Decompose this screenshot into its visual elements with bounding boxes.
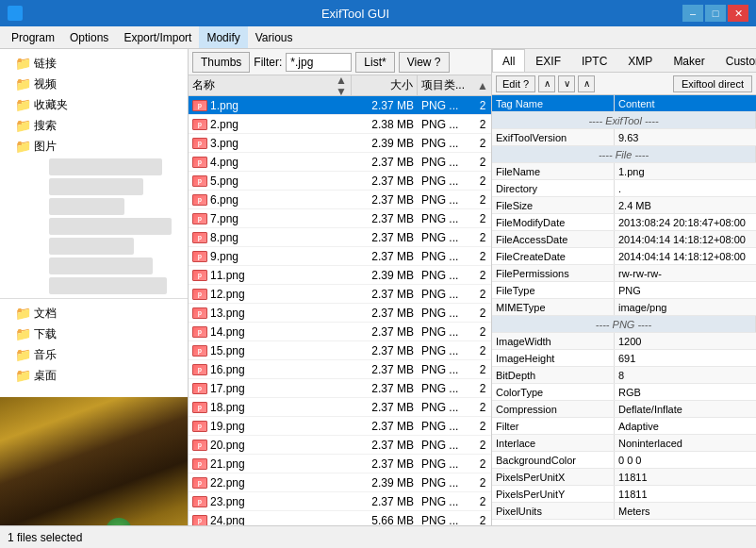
file-row-type: PNG ... xyxy=(418,288,474,301)
file-row-size: 2.37 MB xyxy=(352,457,418,471)
close-button[interactable]: ✕ xyxy=(728,5,748,22)
arrow-down-button[interactable]: ∨ xyxy=(558,75,575,92)
file-row[interactable]: p 13.png 2.37 MB PNG ... 2 xyxy=(189,304,491,323)
file-toolbar: Thumbs Filter: List* View ? xyxy=(189,49,491,75)
edit-button[interactable]: Edit ? xyxy=(496,75,535,92)
folder-icon: 📁 xyxy=(15,368,30,383)
exiftool-direct-button[interactable]: Exiftool direct xyxy=(673,75,752,92)
sidebar-item-links[interactable]: 📁 链接 xyxy=(0,53,188,74)
file-row[interactable]: p 21.png 2.37 MB PNG ... 2 xyxy=(189,455,491,473)
file-row[interactable]: p 6.png 2.37 MB PNG ... 2 xyxy=(189,191,491,209)
folder-icon: 📁 xyxy=(15,118,30,133)
metadata-row: FileCreateDate 2014:04:14 14:18:12+08:00 xyxy=(492,248,756,265)
file-row-type: PNG ... xyxy=(418,118,474,131)
file-row[interactable]: p 1.png 2.37 MB PNG ... 2 xyxy=(189,96,491,115)
meta-tag-name: ImageHeight xyxy=(492,350,615,366)
file-row[interactable]: p 5.png 2.37 MB PNG ... 2 xyxy=(189,172,491,191)
file-row-type: PNG ... xyxy=(418,495,474,508)
file-row-size: 2.37 MB xyxy=(352,344,418,357)
metadata-row: Filter Adaptive xyxy=(492,418,756,435)
tab-xmp[interactable]: XMP xyxy=(617,49,663,72)
file-row-type: PNG ... xyxy=(418,193,474,207)
filter-label: Filter: xyxy=(254,56,282,69)
column-size[interactable]: 大小 xyxy=(352,75,418,95)
menu-program[interactable]: Program xyxy=(4,26,62,48)
file-row-extra: 2 xyxy=(474,495,491,508)
file-row[interactable]: p 3.png 2.39 MB PNG ... 2 xyxy=(189,134,491,153)
metadata-row: MIMEType image/png xyxy=(492,299,756,316)
file-row-size: 2.37 MB xyxy=(352,156,418,169)
menu-various[interactable]: Various xyxy=(248,26,301,48)
file-row[interactable]: p 18.png 2.37 MB PNG ... 2 xyxy=(189,398,491,417)
metadata-table: ---- ExifTool ---- ExifToolVersion 9.63 … xyxy=(492,112,756,525)
view-button[interactable]: View ? xyxy=(399,52,450,73)
file-row[interactable]: p 22.png 2.39 MB PNG ... 2 xyxy=(189,473,491,492)
file-row[interactable]: p 4.png 2.37 MB PNG ... 2 xyxy=(189,153,491,172)
sidebar-item-music[interactable]: 📁 音乐 xyxy=(0,344,188,365)
png-icon: p xyxy=(192,289,207,300)
sidebar-item-documents[interactable]: 📁 文档 xyxy=(0,303,188,324)
file-row-extra: 2 xyxy=(474,363,491,376)
file-row[interactable]: p 19.png 2.37 MB PNG ... 2 xyxy=(189,417,491,436)
sidebar-item-desktop[interactable]: 📁 桌面 xyxy=(0,365,188,386)
file-row-extra: 2 xyxy=(474,307,491,320)
logo-circle: KK xyxy=(106,518,132,525)
metadata-row: PixelUnits Meters xyxy=(492,503,756,520)
minimize-button[interactable]: – xyxy=(682,5,703,22)
file-row-size: 2.39 MB xyxy=(352,269,418,282)
file-row-size: 2.38 MB xyxy=(352,118,418,131)
meta-tag-name: PixelsPerUnitY xyxy=(492,486,615,502)
file-row[interactable]: p 16.png 2.37 MB PNG ... 2 xyxy=(189,360,491,379)
column-name[interactable]: 名称 ▲▼ xyxy=(189,75,352,95)
sidebar-item-label: 文档 xyxy=(34,306,57,322)
meta-tag-value: 8 xyxy=(615,367,756,383)
menu-export-import[interactable]: Export/Import xyxy=(116,26,199,48)
file-row[interactable]: p 11.png 2.39 MB PNG ... 2 xyxy=(189,266,491,285)
file-row[interactable]: p 14.png 2.37 MB PNG ... 2 xyxy=(189,323,491,341)
file-row[interactable]: p 24.png 5.66 MB PNG ... 2 xyxy=(189,511,491,525)
file-row[interactable]: p 20.png 2.37 MB PNG ... 2 xyxy=(189,436,491,455)
tab-maker[interactable]: Maker xyxy=(663,49,715,72)
file-row-extra: 2 xyxy=(474,193,491,207)
sidebar-item-video[interactable]: 📁 视频 xyxy=(0,74,188,94)
tab-all[interactable]: All xyxy=(492,49,525,72)
sidebar-item-search[interactable]: 📁 搜索 xyxy=(0,115,188,136)
file-row[interactable]: p 17.png 2.37 MB PNG ... 2 xyxy=(189,379,491,398)
file-row[interactable]: p 23.png 2.37 MB PNG ... 2 xyxy=(189,492,491,511)
maximize-button[interactable]: □ xyxy=(705,5,726,22)
sidebar-item-pictures[interactable]: 📁 图片 xyxy=(0,136,188,157)
sidebar-item-downloads[interactable]: 📁 下载 xyxy=(0,324,188,344)
tab-iptc[interactable]: IPTC xyxy=(571,49,617,72)
arrow-left-button[interactable]: ∧ xyxy=(578,75,595,92)
metadata-row: ImageHeight 691 xyxy=(492,350,756,367)
file-row[interactable]: p 8.png 2.37 MB PNG ... 2 xyxy=(189,228,491,247)
file-row-extra: 2 xyxy=(474,99,491,112)
file-row[interactable]: p 7.png 2.37 MB PNG ... 2 xyxy=(189,209,491,228)
filter-input[interactable] xyxy=(286,53,352,72)
metadata-row: ImageWidth 1200 xyxy=(492,333,756,350)
tab-exif[interactable]: EXIF xyxy=(525,49,571,72)
menu-modify[interactable]: Modify xyxy=(199,26,247,48)
menu-options[interactable]: Options xyxy=(62,26,116,48)
file-row[interactable]: p 2.png 2.38 MB PNG ... 2 xyxy=(189,115,491,134)
png-icon: p xyxy=(192,496,207,507)
tab-custom[interactable]: Custom xyxy=(715,49,756,72)
file-list-header: 名称 ▲▼ 大小 项目类... ▲ xyxy=(189,75,491,96)
png-icon: p xyxy=(192,119,207,130)
sidebar-item-label: 下载 xyxy=(34,326,57,342)
sidebar-item-label: 音乐 xyxy=(34,347,57,363)
png-icon: p xyxy=(192,175,207,187)
sidebar-item-favorites[interactable]: 📁 收藏夹 xyxy=(0,94,188,115)
file-row-size: 2.37 MB xyxy=(352,325,418,339)
file-row-name: p 22.png xyxy=(189,476,352,490)
titlebar-controls: – □ ✕ xyxy=(682,5,748,22)
blurred-folder-5 xyxy=(49,238,134,255)
thumbs-button[interactable]: Thumbs xyxy=(192,52,250,73)
file-row[interactable]: p 12.png 2.37 MB PNG ... 2 xyxy=(189,285,491,304)
file-row-size: 2.37 MB xyxy=(352,193,418,207)
file-row[interactable]: p 15.png 2.37 MB PNG ... 2 xyxy=(189,341,491,360)
column-type[interactable]: 项目类... xyxy=(418,75,474,95)
file-row[interactable]: p 9.png 2.37 MB PNG ... 2 xyxy=(189,247,491,266)
arrow-up-button[interactable]: ∧ xyxy=(538,75,555,92)
list-button[interactable]: List* xyxy=(355,52,394,73)
